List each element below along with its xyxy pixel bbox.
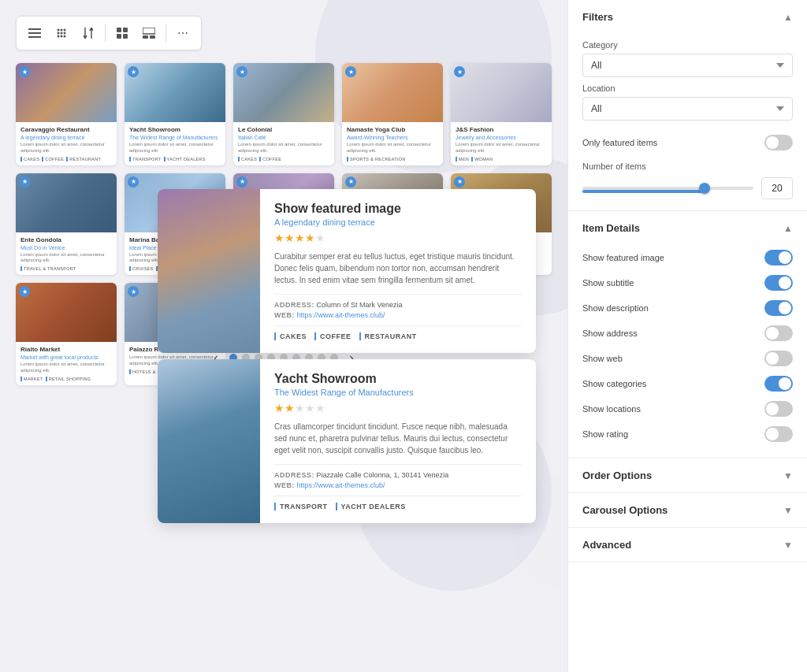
svg-point-5 bbox=[64, 29, 66, 32]
grid-item[interactable]: ★Rialto MarketMarket with great local pr… bbox=[16, 283, 117, 385]
detail-card-body-2: Yacht Showroom The Widest Range of Manuf… bbox=[260, 359, 536, 523]
num-items-slider-container bbox=[582, 187, 753, 190]
detail-web-link-1[interactable]: https://www.ait-themes.club/ bbox=[297, 311, 385, 319]
grid-item[interactable]: ★Ente GondolaMust Do in VeniceLorem ipsu… bbox=[16, 173, 117, 276]
grid-item-body: Namaste Yoga ClubAward-Winning TeachersL… bbox=[342, 122, 443, 165]
grid-item[interactable]: ★Caravaggio RestaurantA legendary dining… bbox=[16, 63, 117, 165]
slider-fill bbox=[582, 190, 702, 193]
card-badge: ★ bbox=[454, 66, 465, 77]
carousel-options-section: Carousel Options ▼ bbox=[568, 493, 807, 528]
detail-meta-web-2: WEB: https://www.ait-themes.club/ bbox=[274, 481, 522, 489]
grid-item-title: Ente Gondola bbox=[20, 236, 112, 243]
show-subtitle-toggle[interactable] bbox=[764, 275, 793, 291]
filters-section: Filters ▲ Category All Restaurants Trans… bbox=[568, 0, 807, 211]
detail-card-image-1 bbox=[158, 189, 260, 353]
advanced-title: Advanced bbox=[582, 539, 631, 551]
order-options-section: Order Options ▼ bbox=[568, 459, 807, 493]
detail-divider-4 bbox=[274, 496, 522, 496]
toolbar: ⋯ bbox=[16, 16, 202, 50]
show-rating-row: Show rating bbox=[582, 421, 793, 447]
grid-view-button[interactable] bbox=[110, 21, 134, 45]
grid-item-tags: TRANSPORTYACHT DEALERS bbox=[129, 157, 221, 162]
only-featured-toggle[interactable] bbox=[764, 135, 793, 150]
detail-meta-web-1: WEB: https://www.ait-themes.club/ bbox=[274, 311, 522, 319]
grid-item[interactable]: ★Namaste Yoga ClubAward-Winning Teachers… bbox=[342, 63, 443, 165]
grid-item-tag: TRANSPORT bbox=[129, 157, 162, 162]
show-web-row: Show web bbox=[582, 346, 793, 371]
svg-rect-17 bbox=[143, 35, 148, 39]
show-address-label: Show address bbox=[582, 329, 638, 338]
detail-card-title-2: Yacht Showroom bbox=[274, 372, 522, 386]
only-featured-label: Only featured items bbox=[582, 138, 657, 147]
detail-card-image-2 bbox=[158, 359, 260, 523]
detail-tag: TRANSPORT bbox=[274, 503, 328, 510]
show-featured-image-row: Show featured image bbox=[582, 245, 793, 270]
filters-section-header[interactable]: Filters ▲ bbox=[568, 0, 807, 34]
grid-item-image: ★ bbox=[342, 63, 443, 122]
show-categories-toggle[interactable] bbox=[764, 376, 793, 392]
detail-tags-1: CAKES COFFEE RESTAURANT bbox=[274, 332, 522, 340]
num-items-label: Number of items bbox=[582, 162, 793, 171]
detail-card-subtitle-1: A legendary dining terrace bbox=[274, 217, 522, 227]
detail-card-desc-1: Curabitur semper erat eu tellus luctus, … bbox=[274, 251, 522, 286]
show-web-toggle[interactable] bbox=[764, 351, 793, 366]
order-options-header[interactable]: Order Options ▼ bbox=[568, 459, 807, 492]
svg-rect-13 bbox=[123, 28, 128, 32]
filters-body: Category All Restaurants Transport Fashi… bbox=[568, 40, 807, 210]
detail-web-link-2[interactable]: https://www.ait-themes.club/ bbox=[297, 481, 385, 489]
grid-item-subtitle: Must Do in Venice bbox=[20, 245, 112, 251]
card-badge: ★ bbox=[345, 66, 356, 77]
show-address-toggle[interactable] bbox=[764, 325, 793, 341]
more-options-button[interactable]: ⋯ bbox=[171, 21, 195, 45]
detail-card-1: Show featured image A legendary dining t… bbox=[158, 189, 536, 353]
sort-button[interactable] bbox=[76, 21, 100, 45]
carousel-options-title: Carousel Options bbox=[582, 504, 668, 516]
grid-item-tag: WOMAN bbox=[471, 157, 493, 162]
location-label: Location bbox=[582, 84, 793, 93]
grid-item-tag: RESTAURANT bbox=[66, 157, 101, 162]
item-details-header[interactable]: Item Details ▲ bbox=[568, 211, 807, 245]
detail-tag: CAKES bbox=[274, 332, 307, 340]
card-badge: ★ bbox=[128, 66, 139, 77]
show-categories-row: Show categories bbox=[582, 371, 793, 396]
grid-item-tag: COFFEE bbox=[259, 157, 281, 162]
grid-item-subtitle: Award-Winning Teachers bbox=[347, 135, 438, 140]
grid-item-tag: SPORTS & RECREATION bbox=[347, 157, 406, 162]
list-view-button[interactable] bbox=[23, 21, 46, 45]
show-rating-label: Show rating bbox=[582, 429, 628, 439]
svg-point-11 bbox=[64, 35, 66, 38]
detail-tag: YACHT DEALERS bbox=[336, 503, 406, 510]
location-select[interactable]: All Venice Milan Rome bbox=[582, 97, 793, 121]
card-view-button[interactable] bbox=[137, 21, 161, 45]
grid-dots-button[interactable] bbox=[50, 21, 73, 45]
num-items-value: 20 bbox=[761, 177, 793, 199]
grid-item[interactable]: ★Yacht ShowroomThe Widest Range of Manuf… bbox=[125, 63, 225, 165]
grid-item[interactable]: ★J&S FashionJewelry and AccessoriesLorem… bbox=[451, 63, 552, 165]
grid-item[interactable]: ★Le ColonialItalian CaféLorem ipsum dolo… bbox=[233, 63, 334, 165]
grid-item-body: Le ColonialItalian CaféLorem ipsum dolor… bbox=[233, 122, 334, 165]
item-details-section: Item Details ▲ Show featured imageShow s… bbox=[568, 211, 807, 459]
advanced-header[interactable]: Advanced ▼ bbox=[568, 528, 807, 562]
category-select[interactable]: All Restaurants Transport Fashion Sports bbox=[582, 54, 793, 77]
show-subtitle-row: Show subtitle bbox=[582, 270, 793, 295]
detail-meta-address-2: ADDRESS: Piazzale Calle Colonna, 1, 3014… bbox=[274, 471, 522, 479]
grid-item-subtitle: The Widest Range of Manufacturers bbox=[129, 135, 221, 140]
show-rating-toggle[interactable] bbox=[764, 426, 793, 442]
item-details-chevron: ▲ bbox=[783, 223, 793, 234]
slider-thumb[interactable] bbox=[699, 183, 710, 194]
svg-point-10 bbox=[61, 35, 63, 38]
grid-item-text: Lorem ipsum dolor sit amet, consectetur … bbox=[20, 252, 112, 265]
card-badge: ★ bbox=[19, 66, 30, 77]
detail-tags-2: TRANSPORT YACHT DEALERS bbox=[274, 503, 522, 510]
carousel-options-header[interactable]: Carousel Options ▼ bbox=[568, 493, 807, 527]
svg-point-4 bbox=[61, 29, 63, 32]
show-subtitle-label: Show subtitle bbox=[582, 278, 634, 288]
svg-point-3 bbox=[58, 29, 60, 32]
show-locations-toggle[interactable] bbox=[764, 401, 793, 417]
show-description-toggle[interactable] bbox=[764, 300, 793, 316]
grid-item-tag: RETAIL SHOPPING bbox=[46, 377, 91, 381]
svg-rect-14 bbox=[117, 34, 121, 39]
show-featured-image-toggle[interactable] bbox=[764, 250, 793, 265]
grid-item-text: Lorem ipsum dolor sit amet, consectetur … bbox=[347, 142, 438, 154]
order-options-chevron: ▼ bbox=[783, 470, 793, 481]
